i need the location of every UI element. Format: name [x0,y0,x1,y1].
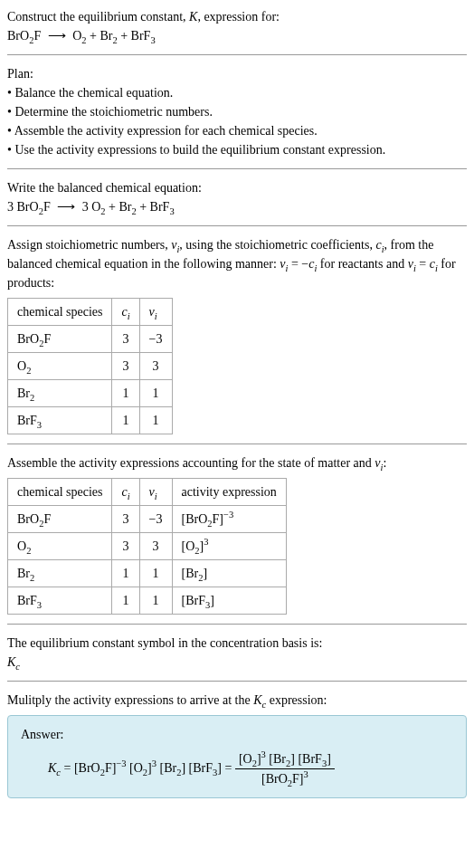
f: F [43,200,51,214]
plan-bullet-3: • Assemble the activity expression for e… [7,121,467,140]
nui-cell: −3 [139,326,172,353]
intro-equation: BrO2F ⟶ O2 + Br2 + BrF3 [7,26,467,45]
activity-section: Assemble the activity expressions accoun… [7,453,467,615]
balanced-equation: 3 BrO2F ⟶ 3 O2 + Br2 + BrF3 [7,197,467,216]
activity-table: chemical species ci νi activity expressi… [7,478,287,615]
species-cell: Br2 [8,560,112,587]
species-cell: Br2 [8,380,112,407]
txt: , using the stoichiometric coefficients, [179,238,375,252]
br2: Br [118,200,131,214]
nui-cell: 1 [139,560,172,587]
intro-text-2: , expression for: [197,10,280,24]
kc: K [48,761,56,775]
answer-equation: Kc = [BrO2F]−3 [O2]3 [Br2] [BrF3] = [O2]… [21,749,453,788]
table-row: Br2 1 1 [8,380,173,407]
kc-section: The equilibrium constant symbol in the c… [7,634,467,672]
ci-cell: 3 [112,326,139,353]
intro-section: Construct the equilibrium constant, K, e… [7,7,467,45]
numerator: [O2]3 [Br2] [BrF3] [235,749,335,769]
eq-br2: Br [100,29,112,43]
plan-bullet-2: • Determine the stoichiometric numbers. [7,102,467,121]
stoich-paragraph: Assign stoichiometric numbers, νi, using… [7,235,467,292]
table-row: BrF3 1 1 [BrF3] [8,587,287,615]
col-nui: νi [139,299,172,326]
activity-cell: [O2]3 [172,533,286,560]
nui-cell: −3 [139,506,172,533]
nui-cell: 3 [139,533,172,560]
plus: + [137,200,150,214]
sub-3: 3 [150,35,155,45]
ci-cell: 1 [112,587,139,615]
k-var: K [189,10,197,24]
kc-text: The equilibrium constant symbol in the c… [7,634,467,653]
species-cell: BrO2F [8,326,112,353]
kc-symbol: Kc [7,653,467,672]
species-cell: BrF3 [8,587,112,615]
o2: O [91,200,100,214]
intro-text-1: Construct the equilibrium constant, [7,10,189,24]
plan-section: Plan: • Balance the chemical equation. •… [7,64,467,159]
brf3: BrF [150,200,170,214]
balanced-title: Write the balanced chemical equation: [7,178,467,197]
col-nui: νi [139,479,172,506]
col-activity: activity expression [172,479,286,506]
col-species: chemical species [8,299,112,326]
divider [7,681,467,682]
divider [7,624,467,625]
nui-cell: 3 [139,353,172,380]
eq-o2: O [72,29,81,43]
coef-3a: 3 [7,200,17,214]
ci-cell: 3 [112,506,139,533]
activity-cell: [BrF3] [172,587,286,615]
eq-brf3: BrF [131,29,151,43]
table-header-row: chemical species ci νi activity expressi… [8,479,287,506]
plus-1: + [87,29,100,43]
activity-cell: [BrO2F]−3 [172,506,286,533]
txt: Assign stoichiometric numbers, [7,238,171,252]
sub: 3 [169,206,174,216]
answer-label: Answer: [21,725,453,744]
table-row: O2 3 3 [8,353,173,380]
multiply-section: Mulitply the activity expressions to arr… [7,691,467,798]
species-cell: O2 [8,353,112,380]
eq: = [416,257,430,271]
col-ci: ci [112,479,139,506]
txt: for reactants and [317,257,407,271]
nui-cell: 1 [139,587,172,615]
multiply-text: Mulitply the activity expressions to arr… [7,691,467,710]
divider [7,444,467,444]
nui-cell: 1 [139,407,172,434]
plus-2: + [118,29,131,43]
ci-cell: 1 [112,380,139,407]
species-cell: BrO2F [8,506,112,533]
fraction: [O2]3 [Br2] [BrF3][BrO2F]3 [235,749,335,788]
plan-title: Plan: [7,64,467,83]
eq-lhs: BrO [7,29,29,43]
denominator: [BrO2F]3 [235,769,335,788]
arrow-icon: ⟶ [48,26,66,45]
plan-bullet-4: • Use the activity expressions to build … [7,140,467,159]
table-row: BrF3 1 1 [8,407,173,434]
table-row: Br2 1 1 [Br2] [8,560,287,587]
col-ci: ci [112,299,139,326]
species-cell: BrF3 [8,407,112,434]
plan-bullet-1: • Balance the chemical equation. [7,83,467,102]
answer-box: Answer: Kc = [BrO2F]−3 [O2]3 [Br2] [BrF3… [7,715,467,798]
ci-cell: 3 [112,533,139,560]
table-row: O2 3 3 [O2]3 [8,533,287,560]
coef-3b: 3 [82,200,92,214]
stoich-section: Assign stoichiometric numbers, νi, using… [7,235,467,434]
divider [7,225,467,226]
col-species: chemical species [8,479,112,506]
activity-cell: [Br2] [172,560,286,587]
table-header-row: chemical species ci νi [8,299,173,326]
activity-text: Assemble the activity expressions accoun… [7,453,467,472]
f-text: F [33,29,41,43]
intro-line: Construct the equilibrium constant, K, e… [7,7,467,26]
ci-cell: 1 [112,407,139,434]
table-row: BrO2F 3 −3 [8,326,173,353]
bro2f: BrO [17,200,39,214]
ci-cell: 1 [112,560,139,587]
divider [7,54,467,55]
table-row: BrO2F 3 −3 [BrO2F]−3 [8,506,287,533]
